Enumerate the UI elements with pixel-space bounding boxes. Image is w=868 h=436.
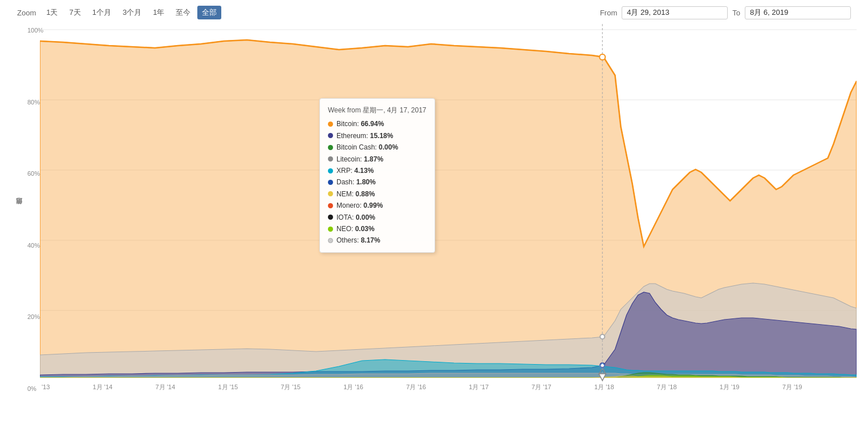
svg-text:7月 '13: 7月 '13 (40, 383, 50, 390)
to-date-input[interactable] (745, 6, 851, 19)
from-date-input[interactable] (622, 6, 728, 19)
main-chart-svg: 7月 '13 1月 '14 7月 '14 1月 '15 7月 '15 1月 '1… (40, 24, 857, 395)
zoom-btn-ytd[interactable]: 至今 (171, 6, 195, 19)
svg-text:1月 '15: 1月 '15 (218, 383, 238, 390)
toolbar: Zoom 1天 7天 1个月 3个月 1年 至今 全部 From To (11, 6, 857, 19)
zoom-controls: Zoom 1天 7天 1个月 3个月 1年 至今 全部 (17, 6, 221, 19)
svg-text:7月 '17: 7月 '17 (532, 383, 551, 390)
svg-text:1月 '18: 1月 '18 (594, 383, 614, 390)
zoom-btn-all[interactable]: 全部 (197, 6, 221, 19)
from-label: From (600, 9, 617, 17)
zoom-btn-1m[interactable]: 1个月 (88, 6, 116, 19)
svg-text:7月 '18: 7月 '18 (657, 383, 677, 390)
chart-area: 总市值的比例 100% 80% 60% 40% 20% 0% (11, 24, 857, 412)
zoom-label: Zoom (17, 9, 36, 17)
svg-text:1月 '14: 1月 '14 (93, 383, 113, 390)
svg-text:1月 '16: 1月 '16 (343, 383, 363, 390)
to-label: To (732, 9, 740, 17)
zoom-btn-7d[interactable]: 7天 (64, 6, 85, 19)
svg-chart-wrapper: 7月 '13 1月 '14 7月 '14 1月 '15 7月 '15 1月 '1… (40, 24, 857, 395)
zoom-btn-3m[interactable]: 3个月 (118, 6, 146, 19)
svg-text:7月 '19: 7月 '19 (782, 383, 802, 390)
svg-text:1月 '19: 1月 '19 (720, 383, 740, 390)
zoom-btn-1d[interactable]: 1天 (42, 6, 62, 19)
svg-point-18 (600, 334, 605, 339)
date-range: From To (600, 6, 851, 19)
chart-container: Zoom 1天 7天 1个月 3个月 1年 至今 全部 From To 总市值的… (0, 0, 868, 436)
svg-text:7月 '16: 7月 '16 (406, 383, 426, 390)
svg-text:7月 '15: 7月 '15 (281, 383, 301, 390)
zoom-btn-1y[interactable]: 1年 (148, 6, 169, 19)
svg-point-16 (599, 54, 605, 60)
svg-text:7月 '14: 7月 '14 (155, 383, 175, 390)
svg-text:1月 '17: 1月 '17 (469, 383, 489, 390)
